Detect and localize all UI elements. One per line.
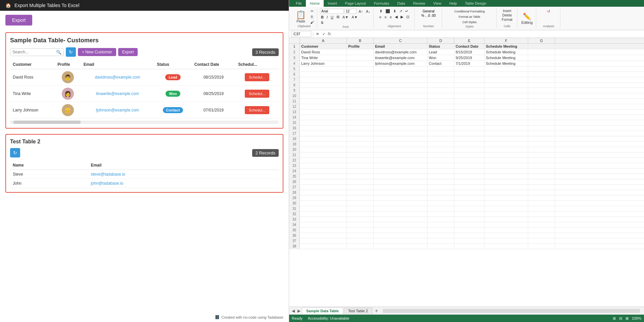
excel-cell[interactable] <box>485 212 528 217</box>
formula-input[interactable] <box>332 31 642 37</box>
excel-cell[interactable] <box>454 93 485 98</box>
excel-cell[interactable] <box>528 201 555 206</box>
page-break-btn[interactable]: ⊠ <box>626 316 629 321</box>
excel-cell[interactable]: Larry Johnson <box>300 61 347 66</box>
excel-cell[interactable] <box>374 217 427 222</box>
excel-cell[interactable] <box>454 99 485 104</box>
excel-cell[interactable] <box>485 72 528 77</box>
excel-cell[interactable] <box>454 72 485 77</box>
excel-cell[interactable]: 9/25/2019 <box>454 55 485 60</box>
cell-styles-btn[interactable]: Cell Styles <box>461 20 478 24</box>
excel-cell[interactable] <box>374 152 427 157</box>
excel-cell[interactable] <box>427 131 454 136</box>
excel-cell[interactable] <box>454 136 485 141</box>
excel-cell[interactable] <box>374 83 427 88</box>
ribbon-tab-insert[interactable]: Insert <box>324 0 341 7</box>
ribbon-tab-data[interactable]: Data <box>393 0 409 7</box>
excel-cell[interactable] <box>454 238 485 243</box>
excel-cell[interactable] <box>454 185 485 190</box>
excel-cell[interactable] <box>485 238 528 243</box>
excel-cell[interactable]: Contact <box>427 61 454 66</box>
excel-cell[interactable] <box>485 217 528 222</box>
paste-button[interactable]: 📋 Paste <box>293 9 309 25</box>
excel-cell[interactable] <box>454 131 485 136</box>
excel-cell[interactable] <box>300 83 347 88</box>
excel-cell[interactable] <box>300 104 347 109</box>
wrap-text-btn[interactable]: ↵ <box>404 9 409 14</box>
excel-cell[interactable] <box>374 179 427 184</box>
excel-cell[interactable] <box>485 206 528 211</box>
delete-cells-btn[interactable]: Delete <box>501 13 513 17</box>
excel-cell[interactable] <box>427 222 454 227</box>
schedule-button[interactable]: Schedul... <box>245 73 269 81</box>
excel-cell[interactable] <box>374 222 427 227</box>
excel-cell[interactable] <box>300 88 347 93</box>
sheet-tab[interactable]: Sample Data Table <box>302 308 343 314</box>
add-sheet-button[interactable]: + <box>373 308 380 314</box>
normal-view-btn[interactable]: ⊞ <box>613 316 616 321</box>
excel-cell[interactable] <box>300 158 347 163</box>
bold-button[interactable]: B <box>320 15 325 19</box>
excel-cell[interactable] <box>485 88 528 93</box>
merge-btn[interactable]: ⊡ <box>405 14 410 19</box>
excel-cell[interactable] <box>300 131 347 136</box>
excel-cell[interactable] <box>454 163 485 168</box>
excel-cell[interactable] <box>300 109 347 114</box>
excel-cell[interactable] <box>454 104 485 109</box>
excel-cell[interactable] <box>300 126 347 131</box>
sheet-scrollbar[interactable] <box>383 309 640 313</box>
align-top-btn[interactable]: ⬆ <box>378 9 383 14</box>
excel-cell[interactable] <box>485 93 528 98</box>
excel-cell[interactable] <box>374 142 427 147</box>
col-header-a[interactable]: A <box>300 38 347 43</box>
excel-cell[interactable] <box>528 233 555 238</box>
excel-cell[interactable] <box>427 233 454 238</box>
excel-cell[interactable] <box>454 158 485 163</box>
excel-cell[interactable] <box>528 169 555 174</box>
excel-cell[interactable] <box>347 201 374 206</box>
excel-cell[interactable] <box>374 244 427 249</box>
excel-cell[interactable] <box>454 233 485 238</box>
excel-cell[interactable] <box>427 126 454 131</box>
excel-cell[interactable] <box>485 244 528 249</box>
ribbon-tab-table-design[interactable]: Table Design <box>461 0 491 7</box>
font-size-input[interactable] <box>344 9 357 14</box>
excel-cell[interactable] <box>427 66 454 72</box>
excel-cell[interactable] <box>427 217 454 222</box>
excel-cell[interactable] <box>454 66 485 72</box>
excel-cell[interactable] <box>347 136 374 141</box>
excel-cell[interactable] <box>374 238 427 243</box>
excel-cell[interactable] <box>427 99 454 104</box>
align-middle-btn[interactable]: ⬛ <box>384 9 391 14</box>
excel-cell[interactable] <box>485 126 528 131</box>
excel-cell[interactable] <box>427 115 454 120</box>
excel-cell[interactable] <box>347 83 374 88</box>
excel-cell[interactable] <box>374 195 427 200</box>
excel-cell[interactable] <box>528 190 555 195</box>
excel-cell[interactable] <box>485 142 528 147</box>
excel-cell[interactable]: Profile <box>347 44 374 49</box>
excel-cell[interactable] <box>485 131 528 136</box>
excel-cell[interactable] <box>454 109 485 114</box>
excel-cell[interactable] <box>374 77 427 82</box>
excel-cell[interactable] <box>454 174 485 179</box>
excel-cell[interactable] <box>528 93 555 98</box>
customers-export-button[interactable]: Export <box>118 48 138 56</box>
excel-cell[interactable] <box>528 217 555 222</box>
ribbon-tab-formulas[interactable]: Formulas <box>370 0 393 7</box>
excel-cell[interactable]: Schedule Meeting <box>485 55 528 60</box>
excel-cell[interactable] <box>427 136 454 141</box>
excel-cell[interactable] <box>528 104 555 109</box>
excel-cell[interactable] <box>528 195 555 200</box>
excel-cell[interactable] <box>347 238 374 243</box>
excel-cell[interactable] <box>528 158 555 163</box>
excel-cell[interactable] <box>300 195 347 200</box>
excel-cell[interactable] <box>427 206 454 211</box>
excel-cell[interactable] <box>300 174 347 179</box>
excel-cell[interactable] <box>485 169 528 174</box>
excel-cell[interactable] <box>374 115 427 120</box>
excel-cell[interactable] <box>485 222 528 227</box>
excel-cell[interactable] <box>485 228 528 233</box>
excel-cell[interactable] <box>300 66 347 72</box>
excel-cell[interactable] <box>374 174 427 179</box>
